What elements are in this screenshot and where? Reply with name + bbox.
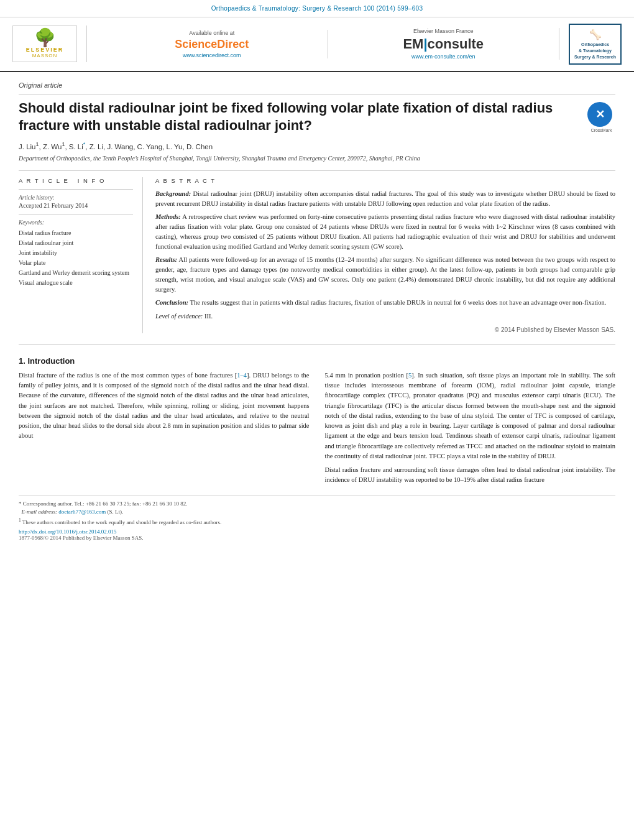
cite-5[interactable]: 5 [408, 372, 411, 379]
section1-title: 1. Introduction [19, 356, 615, 366]
keyword-4: Volar plate [19, 258, 133, 268]
sciencedirect-block: Available online at ScienceDirect www.sc… [96, 30, 328, 58]
article-info-col: A R T I C L E I N F O Article history: A… [19, 177, 143, 333]
body-right-col: 5.4 mm in pronation position [5]. In suc… [325, 371, 616, 489]
body-columns: Distal fracture of the radius is one of … [19, 371, 615, 489]
keywords-label: Keywords: [19, 219, 133, 226]
keyword-6: Visual analogue scale [19, 278, 133, 288]
header-logos-row: 🌳 ELSEVIER MASSON Available online at Sc… [0, 17, 634, 72]
email-link[interactable]: doctarli77@163.com [58, 509, 106, 515]
cite-1-4[interactable]: 1–4 [237, 372, 247, 379]
body-divider [19, 344, 615, 345]
em-url: www.em-consulte.com/en [341, 53, 547, 60]
abstract-divider [19, 170, 615, 171]
doi-link[interactable]: http://dx.doi.org/10.1016/j.otsr.2014.02… [19, 528, 117, 535]
elsevier-logo: 🌳 ELSEVIER MASSON [12, 25, 87, 62]
body-left-para: Distal fracture of the radius is one of … [19, 371, 310, 441]
otsr-logo: 🦴 Orthopaedics& TraumatologySurgery & Re… [559, 24, 622, 65]
article-type: Original article [19, 81, 615, 89]
authors-text: J. Liu1, Z. Wu1, S. Li*, Z. Li, J. Wang,… [19, 143, 213, 150]
em-logo: EM|consulte [341, 36, 547, 52]
body-right-para2: Distal radius fracture and surrounding s… [325, 465, 616, 486]
title-divider [19, 94, 615, 95]
page-wrapper: Orthopaedics & Traumatology: Surgery & R… [0, 0, 634, 840]
body-right-para1: 5.4 mm in pronation position [5]. In suc… [325, 371, 616, 461]
elsevier-tree-icon: 🌳 [16, 29, 73, 47]
doi-line[interactable]: http://dx.doi.org/10.1016/j.otsr.2014.02… [19, 528, 615, 535]
keyword-2: Distal radioulnar joint [19, 238, 133, 248]
keywords-divider [19, 214, 133, 215]
footnote-asterisk: * Corresponding author. Tel.: +86 21 66 … [19, 500, 615, 509]
journal-title: Orthopaedics & Traumatology: Surgery & R… [211, 5, 423, 12]
issn-line: 1877-0568/© 2014 Published by Elsevier M… [19, 535, 615, 541]
abstract-heading: A B S T R A C T [155, 177, 615, 184]
footnotes-section: * Corresponding author. Tel.: +86 21 66 … [19, 496, 615, 542]
body-section: 1. Introduction Distal fracture of the r… [0, 350, 634, 489]
abstract-results: Results: All patients were followed-up f… [155, 255, 615, 294]
article-info-abstract: A R T I C L E I N F O Article history: A… [19, 177, 615, 333]
sciencedirect-logo: ScienceDirect [109, 38, 315, 51]
title-row: Should distal radioulnar joint be fixed … [19, 99, 615, 135]
info-divider [19, 189, 133, 190]
body-left-col: Distal fracture of the radius is one of … [19, 371, 310, 489]
article-history-label: Article history: [19, 195, 133, 201]
body-divider-wrapper [0, 344, 634, 345]
article-accepted-date: Accepted 21 February 2014 [19, 202, 133, 209]
elsevier-sub: MASSON [16, 53, 73, 58]
keyword-3: Joint instability [19, 248, 133, 258]
em-consulte-block: Elsevier Masson France EM|consulte www.e… [328, 28, 560, 60]
otsr-icon: 🦴 [573, 28, 617, 42]
authors: J. Liu1, Z. Wu1, S. Li*, Z. Li, J. Wang,… [19, 141, 615, 150]
em-label: Elsevier Masson France [341, 28, 547, 34]
abstract-col: A B S T R A C T Background: Distal radio… [155, 177, 615, 333]
footnote-email: E-mail address: doctarli77@163.com (S. L… [19, 508, 615, 517]
crossmark-circle: ✕ [587, 102, 612, 127]
journal-banner: Orthopaedics & Traumatology: Surgery & R… [0, 0, 634, 17]
crossmark-icon[interactable]: ✕ CrossMark [587, 102, 615, 132]
elsevier-name: ELSEVIER [16, 47, 73, 53]
abstract-conclusion: Conclusion: The results suggest that in … [155, 298, 615, 308]
article-title: Should distal radioulnar joint be fixed … [19, 99, 581, 135]
affiliation: Department of Orthopaedics, the Tenth Pe… [19, 154, 615, 163]
footnote-1: 1 These authors contributed to the work … [19, 517, 615, 527]
abstract-background: Background: Distal radioulnar joint (DRU… [155, 189, 615, 209]
available-online-label: Available online at [109, 30, 315, 36]
keyword-5: Gartland and Werley demerit scoring syst… [19, 268, 133, 278]
otsr-text: Orthopaedics& TraumatologySurgery & Rese… [573, 42, 617, 60]
sciencedirect-url: www.sciencedirect.com [109, 52, 315, 58]
crossmark-label: CrossMark [587, 128, 615, 132]
keywords-list: Distal radius fracture Distal radioulnar… [19, 228, 133, 288]
abstract-methods: Methods: A retrospective chart review wa… [155, 212, 615, 251]
article-header: Original article Should distal radioulna… [0, 72, 634, 339]
article-info-heading: A R T I C L E I N F O [19, 177, 133, 184]
copyright-line: © 2014 Published by Elsevier Masson SAS. [155, 326, 615, 333]
keyword-1: Distal radius fracture [19, 228, 133, 238]
abstract-level: Level of evidence: III. [155, 312, 615, 321]
